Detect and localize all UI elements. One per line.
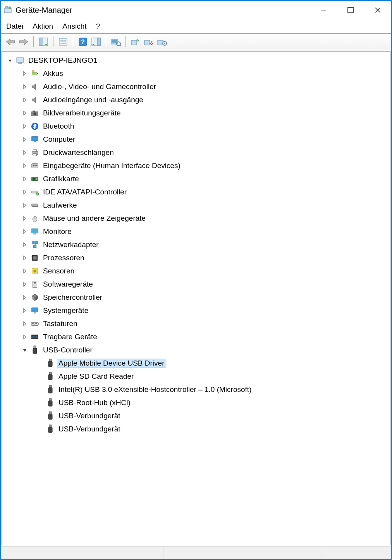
chevron-right-icon[interactable]: [21, 281, 28, 288]
tree-root[interactable]: DESKTOP-IEJNGO1: [2, 54, 390, 67]
chevron-right-icon[interactable]: [21, 294, 28, 301]
display-icon: [30, 227, 40, 237]
chevron-right-icon[interactable]: [21, 70, 28, 77]
tree-device[interactable]: USB-Verbundgerät: [2, 423, 390, 436]
chevron-right-icon[interactable]: [21, 333, 28, 340]
status-section: [326, 546, 391, 559]
tree-device[interactable]: Apple Mobile Device USB Driver: [2, 357, 390, 370]
tree-category[interactable]: Softwaregeräte: [2, 278, 390, 291]
software-icon: [30, 279, 40, 289]
chevron-right-icon[interactable]: [21, 215, 28, 222]
chevron-right-icon[interactable]: [21, 254, 28, 261]
toolbar-separator: [126, 36, 126, 47]
chevron-right-icon[interactable]: [21, 228, 28, 235]
tree-category-label: Computer: [43, 135, 75, 144]
chevron-right-icon[interactable]: [21, 149, 28, 156]
svg-line-22: [120, 45, 121, 46]
uninstall-device-button[interactable]: [155, 35, 168, 48]
action-pane-button[interactable]: [89, 35, 103, 48]
chevron-right-icon[interactable]: [21, 123, 28, 130]
svg-rect-17: [97, 38, 100, 46]
tree-device[interactable]: USB-Verbundgerät: [2, 409, 390, 423]
tree-category[interactable]: Computer: [2, 133, 390, 146]
back-button[interactable]: [4, 35, 17, 48]
menu-aktion[interactable]: Aktion: [33, 22, 53, 31]
usb-icon: [45, 385, 55, 395]
tree-device-label: Apple Mobile Device USB Driver: [57, 359, 166, 368]
enable-device-button[interactable]: [129, 35, 142, 48]
chevron-right-icon[interactable]: [21, 162, 28, 169]
tree-category[interactable]: Eingabegeräte (Human Interface Devices): [2, 159, 390, 172]
maximize-button[interactable]: [337, 1, 364, 19]
tree-category[interactable]: Tastaturen: [2, 317, 390, 330]
disk-icon: [30, 200, 40, 210]
close-button[interactable]: [364, 1, 391, 19]
tree-device[interactable]: Intel(R) USB 3.0 eXtensible-Hostcontroll…: [2, 383, 390, 396]
tree-category[interactable]: Audio-, Video- und Gamecontroller: [2, 80, 390, 93]
menu-ansicht[interactable]: Ansicht: [62, 22, 86, 31]
device-tree[interactable]: DESKTOP-IEJNGO1 AkkusAudio-, Video- und …: [2, 51, 390, 545]
menu-datei[interactable]: Datei: [6, 22, 23, 31]
tree-category[interactable]: Bildverarbeitungsgeräte: [2, 107, 390, 120]
usb-icon: [45, 371, 55, 381]
svg-rect-58: [33, 234, 36, 235]
window-controls: [310, 1, 391, 19]
tree-category[interactable]: IDE ATA/ATAPI-Controller: [2, 186, 390, 199]
menubar: Datei Aktion Ansicht ?: [1, 19, 391, 33]
tree-device[interactable]: Apple SD Card Reader: [2, 370, 390, 383]
tree-category[interactable]: Grafikkarte: [2, 172, 390, 186]
svg-rect-76: [34, 313, 36, 314]
minimize-button[interactable]: [310, 1, 337, 19]
forward-button[interactable]: [17, 35, 30, 48]
tree-category[interactable]: Systemgeräte: [2, 304, 390, 317]
window-title: Geräte-Manager: [15, 6, 310, 15]
chevron-right-icon[interactable]: [21, 96, 28, 103]
tree-category[interactable]: Netzwerkadapter: [2, 238, 390, 251]
device-manager-window: Geräte-Manager Datei Aktion Ansicht ?: [0, 0, 392, 560]
tree-category[interactable]: Druckwarteschlangen: [2, 146, 390, 159]
chevron-down-icon[interactable]: [7, 57, 14, 64]
tree-category-label: Tragbare Geräte: [43, 333, 97, 341]
chevron-right-icon[interactable]: [21, 136, 28, 143]
scan-hardware-button[interactable]: [109, 35, 122, 48]
chevron-right-icon[interactable]: [21, 268, 28, 275]
svg-rect-61: [33, 246, 36, 248]
speaker-icon: [30, 82, 40, 92]
tree-category[interactable]: Speichercontroller: [2, 291, 390, 304]
tree-category[interactable]: Audioeingänge und -ausgänge: [2, 93, 390, 107]
chevron-right-icon[interactable]: [21, 307, 28, 314]
tree-category[interactable]: Bluetooth: [2, 120, 390, 133]
disable-device-button[interactable]: [142, 35, 155, 48]
tree-category[interactable]: Akkus: [2, 67, 390, 80]
show-hide-tree-button[interactable]: [37, 35, 50, 48]
chevron-right-icon[interactable]: [21, 320, 28, 327]
svg-rect-40: [34, 141, 36, 143]
chevron-right-icon[interactable]: [21, 175, 28, 182]
chevron-right-icon[interactable]: [21, 189, 28, 196]
svg-rect-77: [31, 322, 38, 325]
help-button[interactable]: ?: [76, 35, 89, 48]
menu-help[interactable]: ?: [96, 22, 100, 31]
tree-category[interactable]: Mäuse und andere Zeigegeräte: [2, 212, 390, 225]
tree-category[interactable]: Sensoren: [2, 265, 390, 278]
printer-icon: [30, 148, 40, 158]
tree-category-usb[interactable]: USB-Controller: [2, 344, 390, 357]
properties-button[interactable]: [57, 35, 70, 48]
tree-category[interactable]: Prozessoren: [2, 251, 390, 265]
toolbar-separator: [106, 36, 106, 47]
chevron-right-icon[interactable]: [21, 202, 28, 209]
tree-device[interactable]: USB-Root-Hub (xHCl): [2, 396, 390, 409]
chevron-right-icon[interactable]: [21, 241, 28, 248]
tree-category[interactable]: Tragbare Geräte: [2, 330, 390, 344]
svg-rect-45: [33, 165, 34, 166]
chevron-right-icon[interactable]: [21, 83, 28, 90]
svg-rect-1: [5, 7, 8, 8]
tree-category[interactable]: Monitore: [2, 225, 390, 238]
keyboard-icon: [30, 319, 40, 329]
chevron-down-icon[interactable]: [21, 347, 28, 354]
tree-category-label: Netzwerkadapter: [43, 240, 99, 249]
svg-rect-60: [35, 242, 38, 244]
tree-category[interactable]: Laufwerke: [2, 199, 390, 212]
tree-category-label: Audio-, Video- und Gamecontroller: [43, 82, 156, 91]
chevron-right-icon[interactable]: [21, 110, 28, 117]
